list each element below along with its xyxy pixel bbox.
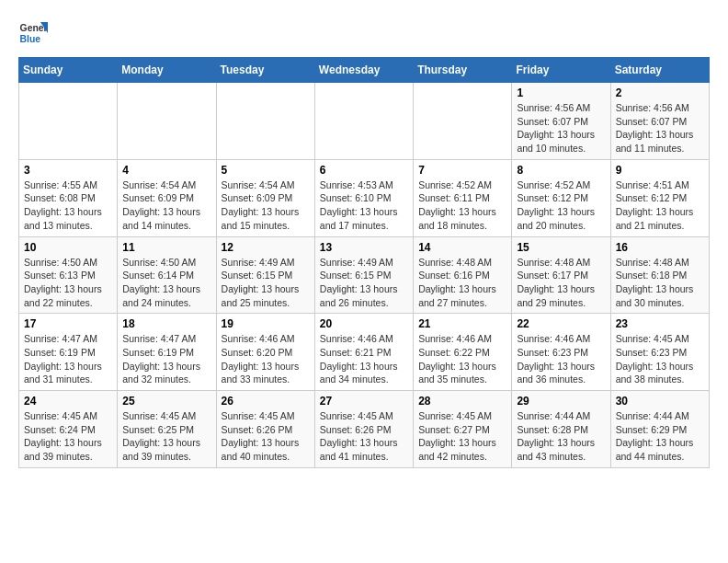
day-detail: Sunrise: 4:45 AM Sunset: 6:24 PM Dayligh… bbox=[24, 409, 112, 464]
calendar-cell: 20Sunrise: 4:46 AM Sunset: 6:21 PM Dayli… bbox=[314, 314, 413, 391]
day-detail: Sunrise: 4:44 AM Sunset: 6:29 PM Dayligh… bbox=[616, 409, 704, 464]
day-detail: Sunrise: 4:48 AM Sunset: 6:17 PM Dayligh… bbox=[517, 256, 605, 310]
calendar-cell: 23Sunrise: 4:45 AM Sunset: 6:23 PM Dayli… bbox=[610, 314, 709, 391]
calendar-header-row: SundayMondayTuesdayWednesdayThursdayFrid… bbox=[19, 58, 710, 83]
calendar-cell: 9Sunrise: 4:51 AM Sunset: 6:12 PM Daylig… bbox=[610, 159, 709, 236]
day-detail: Sunrise: 4:48 AM Sunset: 6:18 PM Dayligh… bbox=[616, 256, 704, 310]
day-number: 5 bbox=[222, 164, 310, 177]
column-header-monday: Monday bbox=[118, 58, 216, 83]
calendar-cell: 2Sunrise: 4:56 AM Sunset: 6:07 PM Daylig… bbox=[610, 83, 709, 160]
calendar-cell: 4Sunrise: 4:54 AM Sunset: 6:09 PM Daylig… bbox=[118, 159, 216, 236]
calendar-cell: 8Sunrise: 4:52 AM Sunset: 6:12 PM Daylig… bbox=[512, 159, 610, 236]
calendar-cell: 3Sunrise: 4:55 AM Sunset: 6:08 PM Daylig… bbox=[19, 159, 118, 236]
day-number: 23 bbox=[616, 317, 704, 330]
column-header-saturday: Saturday bbox=[610, 58, 709, 83]
day-detail: Sunrise: 4:52 AM Sunset: 6:12 PM Dayligh… bbox=[517, 178, 605, 233]
day-number: 29 bbox=[517, 395, 605, 408]
day-detail: Sunrise: 4:46 AM Sunset: 6:22 PM Dayligh… bbox=[418, 332, 506, 386]
calendar-cell: 7Sunrise: 4:52 AM Sunset: 6:11 PM Daylig… bbox=[414, 159, 512, 236]
day-number: 3 bbox=[24, 164, 112, 177]
day-number: 30 bbox=[616, 395, 704, 408]
page-header: General Blue bbox=[18, 18, 710, 48]
calendar-cell: 16Sunrise: 4:48 AM Sunset: 6:18 PM Dayli… bbox=[610, 236, 709, 314]
column-header-tuesday: Tuesday bbox=[216, 58, 314, 83]
calendar-cell: 10Sunrise: 4:50 AM Sunset: 6:13 PM Dayli… bbox=[19, 236, 118, 314]
calendar-week-row: 17Sunrise: 4:47 AM Sunset: 6:19 PM Dayli… bbox=[19, 314, 710, 391]
day-detail: Sunrise: 4:50 AM Sunset: 6:14 PM Dayligh… bbox=[122, 256, 210, 310]
day-number: 15 bbox=[517, 241, 605, 254]
day-number: 7 bbox=[418, 164, 506, 177]
calendar-cell bbox=[216, 83, 314, 160]
day-number: 11 bbox=[122, 241, 210, 254]
calendar-cell: 21Sunrise: 4:46 AM Sunset: 6:22 PM Dayli… bbox=[414, 314, 512, 391]
column-header-friday: Friday bbox=[512, 58, 610, 83]
day-number: 10 bbox=[24, 241, 112, 254]
day-detail: Sunrise: 4:52 AM Sunset: 6:11 PM Dayligh… bbox=[418, 178, 506, 233]
day-number: 6 bbox=[320, 164, 408, 177]
calendar-cell bbox=[414, 83, 512, 160]
day-detail: Sunrise: 4:56 AM Sunset: 6:07 PM Dayligh… bbox=[616, 101, 704, 155]
day-number: 9 bbox=[616, 164, 704, 177]
calendar-week-row: 10Sunrise: 4:50 AM Sunset: 6:13 PM Dayli… bbox=[19, 236, 710, 314]
calendar-cell: 22Sunrise: 4:46 AM Sunset: 6:23 PM Dayli… bbox=[512, 314, 610, 391]
day-detail: Sunrise: 4:44 AM Sunset: 6:28 PM Dayligh… bbox=[517, 409, 605, 464]
day-detail: Sunrise: 4:45 AM Sunset: 6:26 PM Dayligh… bbox=[320, 409, 408, 464]
svg-text:Blue: Blue bbox=[20, 34, 41, 44]
calendar-week-row: 1Sunrise: 4:56 AM Sunset: 6:07 PM Daylig… bbox=[19, 83, 710, 160]
calendar-cell: 25Sunrise: 4:45 AM Sunset: 6:25 PM Dayli… bbox=[118, 391, 216, 468]
day-detail: Sunrise: 4:46 AM Sunset: 6:20 PM Dayligh… bbox=[222, 332, 310, 386]
calendar-cell: 30Sunrise: 4:44 AM Sunset: 6:29 PM Dayli… bbox=[610, 391, 709, 468]
day-number: 22 bbox=[517, 317, 605, 330]
calendar-cell: 15Sunrise: 4:48 AM Sunset: 6:17 PM Dayli… bbox=[512, 236, 610, 314]
logo: General Blue bbox=[18, 18, 48, 48]
day-detail: Sunrise: 4:53 AM Sunset: 6:10 PM Dayligh… bbox=[320, 178, 408, 233]
calendar-cell: 13Sunrise: 4:49 AM Sunset: 6:15 PM Dayli… bbox=[314, 236, 413, 314]
calendar-cell: 27Sunrise: 4:45 AM Sunset: 6:26 PM Dayli… bbox=[314, 391, 413, 468]
day-detail: Sunrise: 4:45 AM Sunset: 6:23 PM Dayligh… bbox=[616, 332, 704, 386]
calendar-cell: 29Sunrise: 4:44 AM Sunset: 6:28 PM Dayli… bbox=[512, 391, 610, 468]
day-detail: Sunrise: 4:56 AM Sunset: 6:07 PM Dayligh… bbox=[517, 101, 605, 155]
day-number: 18 bbox=[122, 317, 210, 330]
day-detail: Sunrise: 4:54 AM Sunset: 6:09 PM Dayligh… bbox=[122, 178, 210, 233]
day-number: 8 bbox=[517, 164, 605, 177]
calendar-cell bbox=[19, 83, 118, 160]
day-detail: Sunrise: 4:51 AM Sunset: 6:12 PM Dayligh… bbox=[616, 178, 704, 233]
day-number: 12 bbox=[222, 241, 310, 254]
day-detail: Sunrise: 4:46 AM Sunset: 6:23 PM Dayligh… bbox=[517, 332, 605, 386]
day-detail: Sunrise: 4:47 AM Sunset: 6:19 PM Dayligh… bbox=[24, 332, 112, 386]
day-detail: Sunrise: 4:48 AM Sunset: 6:16 PM Dayligh… bbox=[418, 256, 506, 310]
day-number: 16 bbox=[616, 241, 704, 254]
day-detail: Sunrise: 4:45 AM Sunset: 6:27 PM Dayligh… bbox=[418, 409, 506, 464]
day-number: 27 bbox=[320, 395, 408, 408]
calendar-cell: 1Sunrise: 4:56 AM Sunset: 6:07 PM Daylig… bbox=[512, 83, 610, 160]
day-detail: Sunrise: 4:49 AM Sunset: 6:15 PM Dayligh… bbox=[320, 256, 408, 310]
day-number: 24 bbox=[24, 395, 112, 408]
day-number: 25 bbox=[122, 395, 210, 408]
day-detail: Sunrise: 4:55 AM Sunset: 6:08 PM Dayligh… bbox=[24, 178, 112, 233]
day-detail: Sunrise: 4:47 AM Sunset: 6:19 PM Dayligh… bbox=[122, 332, 210, 386]
day-detail: Sunrise: 4:54 AM Sunset: 6:09 PM Dayligh… bbox=[222, 178, 310, 233]
calendar-table: SundayMondayTuesdayWednesdayThursdayFrid… bbox=[18, 57, 710, 468]
day-number: 1 bbox=[517, 86, 605, 99]
calendar-cell bbox=[118, 83, 216, 160]
day-number: 19 bbox=[222, 317, 310, 330]
column-header-thursday: Thursday bbox=[414, 58, 512, 83]
day-number: 14 bbox=[418, 241, 506, 254]
day-detail: Sunrise: 4:45 AM Sunset: 6:26 PM Dayligh… bbox=[222, 409, 310, 464]
calendar-cell: 11Sunrise: 4:50 AM Sunset: 6:14 PM Dayli… bbox=[118, 236, 216, 314]
calendar-cell: 26Sunrise: 4:45 AM Sunset: 6:26 PM Dayli… bbox=[216, 391, 314, 468]
day-number: 20 bbox=[320, 317, 408, 330]
calendar-cell: 17Sunrise: 4:47 AM Sunset: 6:19 PM Dayli… bbox=[19, 314, 118, 391]
calendar-cell: 19Sunrise: 4:46 AM Sunset: 6:20 PM Dayli… bbox=[216, 314, 314, 391]
day-detail: Sunrise: 4:45 AM Sunset: 6:25 PM Dayligh… bbox=[122, 409, 210, 464]
calendar-week-row: 24Sunrise: 4:45 AM Sunset: 6:24 PM Dayli… bbox=[19, 391, 710, 468]
day-number: 13 bbox=[320, 241, 408, 254]
day-detail: Sunrise: 4:50 AM Sunset: 6:13 PM Dayligh… bbox=[24, 256, 112, 310]
day-detail: Sunrise: 4:46 AM Sunset: 6:21 PM Dayligh… bbox=[320, 332, 408, 386]
day-number: 17 bbox=[24, 317, 112, 330]
calendar-cell: 5Sunrise: 4:54 AM Sunset: 6:09 PM Daylig… bbox=[216, 159, 314, 236]
calendar-week-row: 3Sunrise: 4:55 AM Sunset: 6:08 PM Daylig… bbox=[19, 159, 710, 236]
day-number: 4 bbox=[122, 164, 210, 177]
calendar-cell: 24Sunrise: 4:45 AM Sunset: 6:24 PM Dayli… bbox=[19, 391, 118, 468]
logo-icon: General Blue bbox=[18, 18, 48, 48]
